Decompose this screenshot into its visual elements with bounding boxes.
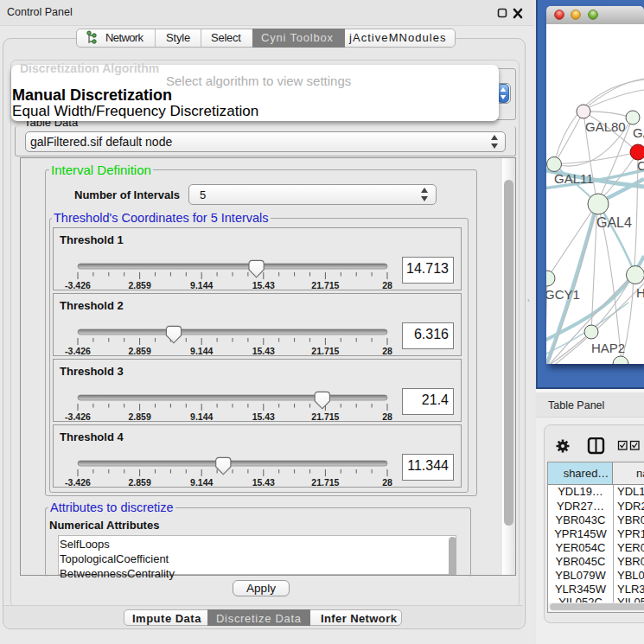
- svg-text:15.43: 15.43: [252, 411, 275, 422]
- svg-text:2.859: 2.859: [128, 346, 150, 356]
- svg-text:-3.426: -3.426: [65, 280, 91, 290]
- svg-text:28: 28: [382, 411, 392, 422]
- svg-text:21.715: 21.715: [311, 346, 339, 356]
- svg-text:28: 28: [382, 280, 392, 290]
- svg-text:15.43: 15.43: [252, 280, 275, 290]
- svg-text:28: 28: [382, 477, 392, 488]
- svg-text:21.715: 21.715: [311, 411, 339, 422]
- svg-text:9.144: 9.144: [190, 280, 213, 290]
- svg-text:2.859: 2.859: [128, 280, 150, 290]
- svg-text:-3.426: -3.426: [65, 411, 91, 422]
- svg-text:GAL80: GAL80: [585, 119, 626, 134]
- svg-text:21.715: 21.715: [311, 477, 339, 488]
- svg-text:2.859: 2.859: [128, 477, 150, 488]
- svg-text:9.144: 9.144: [190, 411, 213, 422]
- svg-text:GA: GA: [633, 125, 644, 140]
- svg-text:GAL11: GAL11: [554, 171, 594, 186]
- svg-text:-3.426: -3.426: [65, 346, 91, 356]
- svg-text:15.43: 15.43: [252, 346, 275, 356]
- svg-text:C: C: [637, 158, 644, 173]
- svg-text:9.144: 9.144: [190, 477, 213, 488]
- svg-text:2.859: 2.859: [128, 411, 150, 422]
- svg-text:9.144: 9.144: [190, 346, 213, 356]
- svg-text:H: H: [636, 285, 644, 300]
- svg-text:GAL4: GAL4: [596, 215, 632, 230]
- svg-text:HAP2: HAP2: [591, 341, 625, 355]
- svg-text:15.43: 15.43: [252, 477, 275, 488]
- svg-text:GCY1: GCY1: [546, 287, 580, 302]
- svg-text:21.715: 21.715: [311, 280, 339, 290]
- svg-text:28: 28: [382, 346, 392, 356]
- svg-text:-3.426: -3.426: [65, 477, 91, 488]
